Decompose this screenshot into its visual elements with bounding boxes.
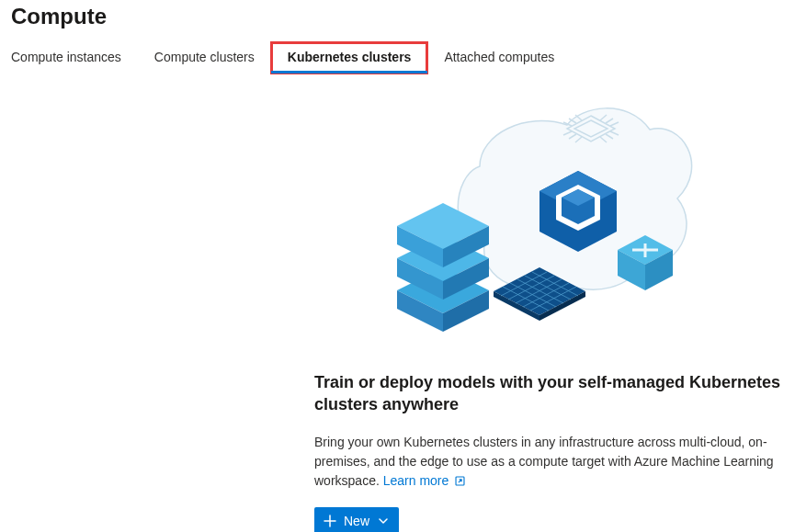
new-button-label: New <box>344 514 369 528</box>
compute-tabs: Compute instances Compute clusters Kuber… <box>11 42 784 74</box>
tab-compute-instances[interactable]: Compute instances <box>11 42 138 74</box>
learn-more-link[interactable]: Learn more <box>383 471 467 491</box>
empty-state-description: Bring your own Kubernetes clusters in an… <box>314 433 784 491</box>
tab-attached-computes[interactable]: Attached computes <box>427 42 571 74</box>
kubernetes-illustration <box>314 102 784 345</box>
empty-state-panel: Train or deploy models with your self-ma… <box>314 96 784 532</box>
external-link-icon <box>454 475 466 487</box>
new-compute-button[interactable]: New <box>314 507 399 532</box>
tab-panel: Train or deploy models with your self-ma… <box>11 96 784 532</box>
tab-compute-clusters[interactable]: Compute clusters <box>138 42 271 74</box>
server-stack-icon <box>397 203 489 332</box>
layout-spacer <box>11 96 314 532</box>
empty-state-heading: Train or deploy models with your self-ma… <box>314 371 784 416</box>
learn-more-label: Learn more <box>383 471 449 491</box>
plus-icon <box>324 515 336 527</box>
page-title: Compute <box>11 4 784 29</box>
tab-kubernetes-clusters[interactable]: Kubernetes clusters <box>271 42 428 74</box>
chevron-down-icon <box>379 516 388 526</box>
